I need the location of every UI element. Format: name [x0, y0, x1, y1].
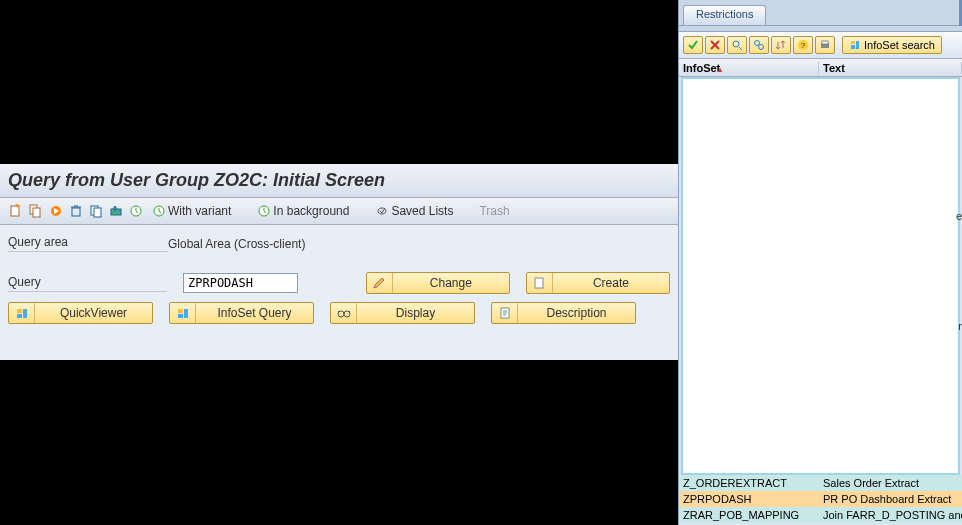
- query-area-label: Query area: [8, 235, 168, 252]
- list-row[interactable]: ZRAR_POB_MAPPING Join FARR_D_POSTING and…: [679, 507, 962, 523]
- glasses-icon: [331, 303, 357, 323]
- svg-rect-11: [535, 278, 543, 288]
- query-label: Query: [8, 275, 167, 292]
- svg-point-23: [759, 45, 764, 50]
- col-infoset[interactable]: InfoSet▴: [679, 62, 819, 74]
- display-button[interactable]: Display: [330, 302, 475, 324]
- row-text: PR PO Dashboard Extract: [819, 493, 962, 505]
- copy2-icon[interactable]: [88, 203, 104, 219]
- side-panel: Restrictions ? InfoSet search InfoSet▴ T…: [678, 0, 962, 525]
- execute-icon[interactable]: [48, 203, 64, 219]
- row-id: Z_ORDEREXTRACT: [679, 477, 819, 489]
- list-body[interactable]: [681, 77, 960, 475]
- svg-rect-30: [856, 41, 859, 49]
- quickviewer-label: QuickViewer: [35, 306, 152, 320]
- svg-rect-29: [851, 45, 855, 49]
- list-row[interactable]: Z_ORDEREXTRACT Sales Order Extract: [679, 475, 962, 491]
- svg-rect-14: [23, 309, 27, 318]
- content-area: Query area Global Area (Cross-client) Qu…: [0, 225, 678, 334]
- tab-restrictions[interactable]: Restrictions: [683, 5, 766, 25]
- in-background-label: In background: [273, 204, 349, 218]
- with-variant-button[interactable]: With variant: [148, 202, 235, 220]
- display-label: Display: [357, 306, 474, 320]
- saved-lists-button[interactable]: Saved Lists: [371, 202, 457, 220]
- pencil-icon: [367, 273, 393, 293]
- svg-rect-15: [178, 309, 183, 313]
- trash-label: Trash: [479, 204, 509, 218]
- help-button[interactable]: ?: [793, 36, 813, 54]
- infoset-query-icon: [170, 303, 196, 323]
- svg-point-21: [733, 41, 739, 47]
- svg-rect-28: [851, 41, 855, 44]
- svg-rect-17: [184, 309, 188, 318]
- create-icon[interactable]: [8, 203, 24, 219]
- create-button[interactable]: Create: [526, 272, 670, 294]
- svg-point-18: [338, 311, 344, 317]
- description-icon: [492, 303, 518, 323]
- find-button[interactable]: [727, 36, 747, 54]
- page-title: Query from User Group ZO2C: Initial Scre…: [8, 170, 670, 191]
- list-row[interactable]: ZPRPODASH PR PO Dashboard Extract: [679, 491, 962, 507]
- check-button[interactable]: [683, 36, 703, 54]
- query-input[interactable]: [183, 273, 298, 293]
- document-icon: [527, 273, 553, 293]
- svg-rect-12: [17, 309, 22, 313]
- edge-char: e: [956, 210, 962, 222]
- delete-icon[interactable]: [68, 203, 84, 219]
- copy-icon[interactable]: [28, 203, 44, 219]
- row-text: Join FARR_D_POSTING and MAPPING: [819, 509, 962, 521]
- clock-icon[interactable]: [128, 203, 144, 219]
- query-area-value: Global Area (Cross-client): [168, 237, 305, 251]
- svg-rect-6: [94, 208, 101, 217]
- list-rows: Z_ORDEREXTRACT Sales Order Extract ZPRPO…: [679, 475, 962, 523]
- svg-rect-27: [822, 41, 828, 44]
- svg-rect-16: [178, 314, 183, 318]
- transport-icon[interactable]: [108, 203, 124, 219]
- change-button[interactable]: Change: [366, 272, 510, 294]
- list-header: InfoSet▴ Text: [679, 59, 962, 77]
- print-button[interactable]: [815, 36, 835, 54]
- infoset-query-label: InfoSet Query: [196, 306, 313, 320]
- svg-rect-7: [111, 209, 121, 215]
- svg-rect-2: [33, 208, 40, 217]
- saved-lists-label: Saved Lists: [391, 204, 453, 218]
- sort-button[interactable]: [771, 36, 791, 54]
- in-background-button[interactable]: In background: [253, 202, 353, 220]
- infoset-search-button[interactable]: InfoSet search: [842, 36, 942, 54]
- col-text[interactable]: Text: [819, 62, 962, 74]
- infoset-query-button[interactable]: InfoSet Query: [169, 302, 314, 324]
- row-text: Sales Order Extract: [819, 477, 962, 489]
- svg-rect-13: [17, 314, 22, 318]
- change-label: Change: [393, 276, 509, 290]
- svg-rect-0: [11, 206, 19, 216]
- toolbar: With variant In background Saved Lists T…: [0, 198, 678, 225]
- create-label: Create: [553, 276, 669, 290]
- svg-text:?: ?: [801, 41, 806, 50]
- mini-toolbar: ? InfoSet search: [679, 32, 962, 59]
- with-variant-label: With variant: [168, 204, 231, 218]
- description-label: Description: [518, 306, 635, 320]
- svg-rect-4: [72, 208, 80, 216]
- cancel-button[interactable]: [705, 36, 725, 54]
- trash-button: Trash: [475, 202, 513, 220]
- sort-indicator-icon: ▴: [718, 65, 722, 74]
- edge-char: r: [958, 320, 962, 332]
- svg-point-19: [344, 311, 350, 317]
- main-panel: Query from User Group ZO2C: Initial Scre…: [0, 164, 678, 360]
- tab-strip: Restrictions: [679, 0, 962, 26]
- find-next-button[interactable]: [749, 36, 769, 54]
- title-bar: Query from User Group ZO2C: Initial Scre…: [0, 164, 678, 198]
- quickviewer-icon: [9, 303, 35, 323]
- infoset-search-label: InfoSet search: [864, 39, 935, 51]
- row-id: ZPRPODASH: [679, 493, 819, 505]
- quickviewer-button[interactable]: QuickViewer: [8, 302, 153, 324]
- description-button[interactable]: Description: [491, 302, 636, 324]
- row-id: ZRAR_POB_MAPPING: [679, 509, 819, 521]
- infoset-search-icon: [849, 39, 861, 51]
- svg-point-22: [755, 41, 760, 46]
